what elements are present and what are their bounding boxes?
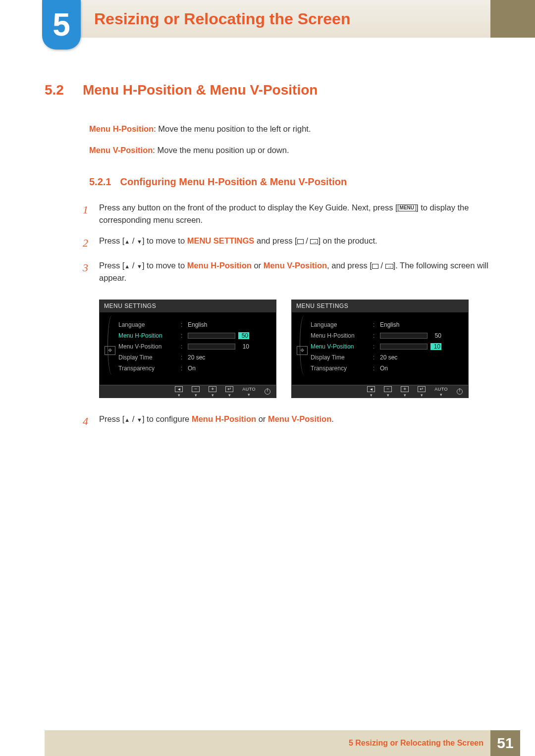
auto-label: AUTO bbox=[434, 387, 448, 392]
osd-colon: : bbox=[373, 332, 376, 339]
up-arrow-icon bbox=[124, 414, 130, 423]
rect-arrow-icon bbox=[385, 264, 393, 269]
step-number: 4 bbox=[80, 413, 88, 430]
osd-nav-plus: +▾ bbox=[209, 386, 216, 398]
osd-label: Language bbox=[118, 321, 177, 328]
osd-nav-minus: −▾ bbox=[384, 386, 392, 398]
caret-icon: ▾ bbox=[195, 393, 197, 398]
step-text: . bbox=[331, 414, 334, 423]
osd-screenshot-h-position: MENU SETTINGS ✥ Language : English Menu … bbox=[99, 300, 276, 398]
slider-track bbox=[188, 344, 235, 350]
step-text: ] to configure bbox=[142, 414, 192, 423]
step-text: ] on the product. bbox=[318, 236, 377, 245]
step-1: 1 Press any button on the front of the p… bbox=[80, 202, 490, 227]
osd-slider: 50 bbox=[380, 332, 441, 339]
down-arrow-icon bbox=[137, 414, 142, 423]
step-4: 4 Press [ / ] to configure Menu H-Positi… bbox=[80, 413, 490, 430]
osd-colon: : bbox=[373, 343, 376, 350]
h-position-em: Menu H-Position bbox=[192, 414, 256, 423]
osd-colon: : bbox=[181, 365, 184, 372]
osd-label: Transparency bbox=[118, 365, 177, 372]
step-number: 3 bbox=[80, 259, 88, 285]
osd-value: 20 sec bbox=[380, 354, 463, 361]
osd-list: Language : English Menu H-Position : 50 … bbox=[118, 319, 271, 374]
caret-icon: ▾ bbox=[440, 393, 442, 397]
power-icon bbox=[265, 389, 270, 395]
page-footer: 5 Resizing or Relocating the Screen 51 bbox=[0, 730, 535, 756]
osd-move-icon: ✥ bbox=[105, 346, 115, 355]
osd-list: Language : English Menu H-Position : 50 … bbox=[311, 319, 463, 374]
back-icon: ◂ bbox=[175, 386, 183, 392]
step-text: Press any button on the front of the pro… bbox=[99, 203, 398, 212]
osd-title: MENU SETTINGS bbox=[99, 300, 276, 312]
osd-nav-enter: ↵▾ bbox=[225, 386, 233, 398]
rect-icon bbox=[297, 239, 304, 244]
osd-value: English bbox=[380, 321, 463, 328]
osd-nav-enter: ↵▾ bbox=[418, 386, 426, 398]
osd-icon-column: ✥ bbox=[296, 319, 309, 374]
osd-label: Display Time bbox=[311, 354, 369, 361]
step-text: or bbox=[256, 414, 268, 423]
step-text: Press [ bbox=[99, 261, 124, 270]
osd-value: English bbox=[188, 321, 271, 328]
osd-label: Menu H-Position bbox=[118, 332, 177, 339]
menu-button-icon: MENU bbox=[398, 204, 416, 211]
plus-icon: + bbox=[209, 386, 216, 392]
caret-icon: ▾ bbox=[212, 393, 214, 398]
step-text: Press [ bbox=[99, 236, 124, 245]
osd-footer: ◂▾ −▾ +▾ ↵▾ AUTO▾ bbox=[99, 385, 276, 398]
osd-icon-column: ✥ bbox=[104, 319, 116, 374]
osd-item-v-position: Menu V-Position : 10 bbox=[311, 341, 463, 352]
caret-icon: ▾ bbox=[404, 393, 406, 398]
osd-label: Menu H-Position bbox=[311, 332, 369, 339]
v-position-label: Menu V-Position bbox=[89, 146, 153, 154]
step-2: 2 Press [ / ] to move to MENU SETTINGS a… bbox=[80, 235, 490, 252]
osd-item-language: Language : English bbox=[311, 319, 463, 330]
slider-track bbox=[188, 333, 235, 339]
slider-value: 10 bbox=[238, 343, 249, 350]
osd-body: ✥ Language : English Menu H-Position : 5… bbox=[291, 312, 469, 385]
intro-v-position: Menu V-Position: Move the menu position … bbox=[89, 144, 490, 156]
osd-nav-auto: AUTO▾ bbox=[434, 387, 448, 397]
section-heading: 5.2 Menu H-Position & Menu V-Position bbox=[45, 82, 490, 98]
osd-value: On bbox=[380, 365, 463, 372]
step-text: , and press [ bbox=[327, 261, 372, 270]
caret-icon: ▾ bbox=[248, 393, 250, 397]
osd-item-h-position: Menu H-Position : 50 bbox=[311, 330, 463, 341]
osd-body: ✥ Language : English Menu H-Position : 5… bbox=[99, 312, 276, 385]
minus-icon: − bbox=[384, 386, 392, 392]
osd-colon: : bbox=[181, 343, 184, 350]
step-text: ] to move to bbox=[142, 261, 187, 270]
minus-icon: − bbox=[192, 386, 200, 392]
osd-value: 20 sec bbox=[188, 354, 271, 361]
osd-label: Transparency bbox=[311, 365, 369, 372]
step-body: Press [ / ] to move to MENU SETTINGS and… bbox=[99, 235, 490, 252]
page-content: 5.2 Menu H-Position & Menu V-Position Me… bbox=[0, 38, 535, 430]
osd-colon: : bbox=[373, 354, 376, 361]
osd-slider: 10 bbox=[380, 343, 441, 350]
up-arrow-icon bbox=[124, 236, 130, 245]
slider-track bbox=[380, 344, 428, 350]
h-position-em: Menu H-Position bbox=[187, 261, 252, 270]
osd-nav-back: ◂▾ bbox=[367, 386, 375, 398]
osd-label: Menu V-Position bbox=[118, 343, 177, 350]
osd-value: On bbox=[188, 365, 271, 372]
power-icon bbox=[457, 389, 463, 395]
plus-icon: + bbox=[401, 386, 409, 392]
intro-h-position: Menu H-Position: Move the menu position … bbox=[89, 123, 490, 135]
back-icon: ◂ bbox=[367, 386, 375, 392]
enter-icon: ↵ bbox=[225, 386, 233, 392]
osd-nav-back: ◂▾ bbox=[175, 386, 183, 398]
header-strip-left bbox=[0, 0, 45, 38]
v-position-em: Menu V-Position bbox=[268, 414, 331, 423]
step-text: and press [ bbox=[254, 236, 297, 245]
enter-icon: ↵ bbox=[418, 386, 426, 392]
osd-footer: ◂▾ −▾ +▾ ↵▾ AUTO▾ bbox=[291, 385, 469, 398]
header-strip-right bbox=[490, 0, 535, 38]
osd-item-display-time: Display Time : 20 sec bbox=[311, 352, 463, 363]
slider-track bbox=[380, 333, 428, 339]
footer-page-number: 51 bbox=[490, 730, 520, 756]
osd-colon: : bbox=[181, 354, 184, 361]
slider-value: 10 bbox=[430, 343, 441, 350]
osd-label: Language bbox=[311, 321, 369, 328]
